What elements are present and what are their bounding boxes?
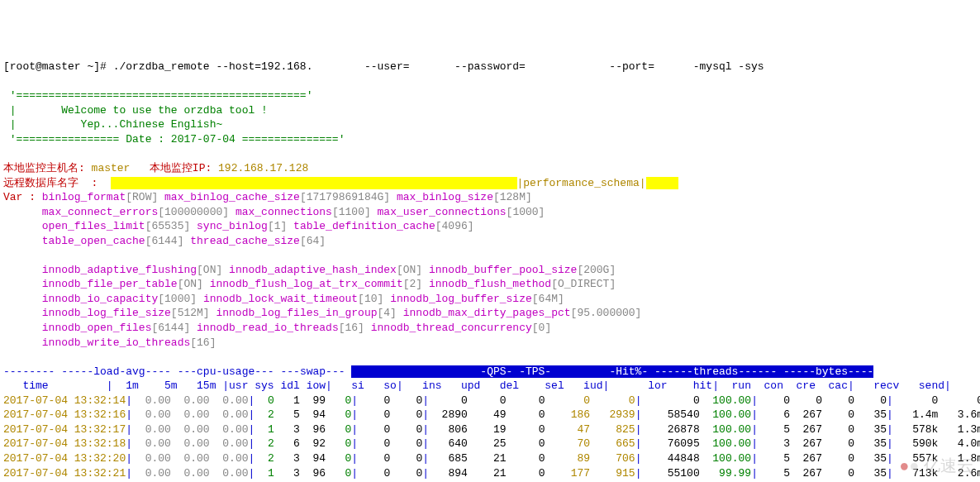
table-column-header: time | 1m 5m 15m |usr sys idl iow| si so… (3, 379, 980, 394)
table-row: 2017-07-04 13:32:20| 0.00 0.00 0.00| 2 3… (3, 451, 980, 466)
table-row: 2017-07-04 13:32:16| 0.00 0.00 0.00| 2 5… (3, 408, 980, 422)
config-var-line: innodb_log_file_size[512M] innodb_log_fi… (3, 306, 980, 321)
config-var-line: innodb_file_per_table[ON] innodb_flush_l… (3, 277, 980, 292)
terminal-output: [root@master ~]# ./orzdba_remote --host=… (3, 60, 980, 482)
watermark: ●● 亿速云 (899, 455, 973, 477)
config-var-line: max_connect_errors[100000000] max_connec… (3, 205, 980, 220)
config-var-line: innodb_write_io_threads[16] (3, 336, 980, 351)
table-group-header: -------- -----load-avg---- ---cpu-usage-… (3, 365, 980, 379)
config-var-line: innodb_adaptive_flushing[ON] innodb_adap… (3, 263, 980, 278)
shell-prompt: [root@master ~]# ./orzdba_remote --host=… (3, 60, 980, 74)
table-row: 2017-07-04 13:32:14| 0.00 0.00 0.00| 0 1… (3, 394, 980, 408)
table-row: 2017-07-04 13:32:21| 0.00 0.00 0.00| 1 3… (3, 466, 980, 481)
table-row: 2017-07-04 13:32:18| 0.00 0.00 0.00| 2 6… (3, 437, 980, 451)
config-var-line: innodb_open_files[6144] innodb_read_io_t… (3, 321, 980, 336)
config-var-line: open_files_limit[65535] sync_binlog[1] t… (3, 219, 980, 234)
table-row: 2017-07-04 13:32:17| 0.00 0.00 0.00| 1 3… (3, 422, 980, 437)
config-var-line (3, 248, 980, 263)
config-var-line: table_open_cache[6144] thread_cache_size… (3, 234, 980, 249)
config-var-line: Var : binlog_format[ROW] max_binlog_cach… (3, 190, 980, 205)
config-var-line: innodb_io_capacity[1000] innodb_lock_wai… (3, 292, 980, 307)
